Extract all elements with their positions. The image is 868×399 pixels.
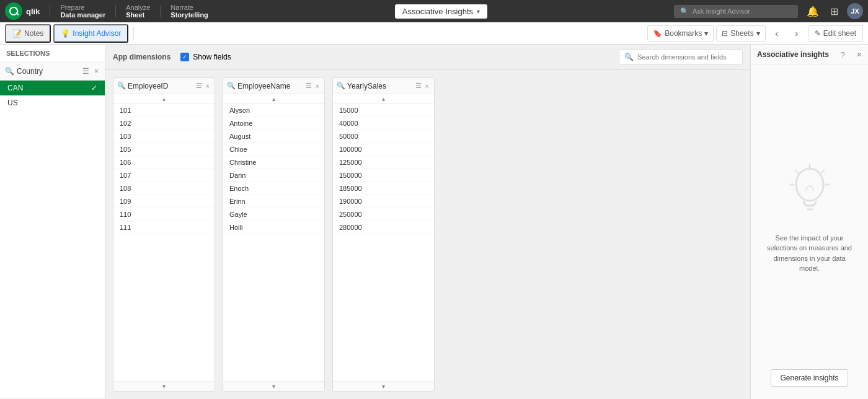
- dim-row-employeeName-7[interactable]: Erinn: [223, 195, 324, 208]
- dim-col-close-employeeId[interactable]: ×: [205, 81, 211, 90]
- insight-advisor-tab[interactable]: 💡 Insight Advisor: [53, 24, 128, 43]
- ai-close-button[interactable]: ×: [857, 50, 862, 59]
- analyze-label: Analyze: [126, 4, 150, 11]
- dim-row-employeeName-8[interactable]: Gayle: [223, 208, 324, 221]
- dim-scroll-down-employeeId[interactable]: ▾: [113, 381, 215, 391]
- edit-sheet-button[interactable]: ✎ Edit sheet: [808, 25, 863, 42]
- dim-row-yearlySales-2[interactable]: 50000: [333, 130, 434, 143]
- dim-row-employeeId-5[interactable]: 107: [113, 169, 215, 182]
- ai-description: See the impact of your selections on mea…: [763, 233, 856, 274]
- country-filter-box: 🔍 Country ☰ × CAN ✓ US: [0, 63, 105, 399]
- dim-scroll-up-employeeId[interactable]: ▴: [113, 94, 215, 104]
- dim-col-menu-yearlySales[interactable]: ☰: [414, 81, 423, 90]
- country-us-label: US: [7, 99, 18, 107]
- dim-scroll-down-employeeName[interactable]: ▾: [223, 381, 324, 391]
- dim-row-employeeName-0[interactable]: Alyson: [223, 104, 324, 117]
- dim-col-header-employeeId: 🔍 EmployeeID ☰ ×: [113, 78, 215, 94]
- svg-line-9: [821, 170, 825, 173]
- dim-row-employeeId-1[interactable]: 102: [113, 117, 215, 130]
- dim-search-input[interactable]: [637, 53, 730, 61]
- dim-row-yearlySales-0[interactable]: 15000: [333, 104, 434, 117]
- main-area: App dimensions ✓ Show fields 🔍 🔍 Employe…: [105, 45, 750, 399]
- dim-row-employeeId-7[interactable]: 109: [113, 195, 215, 208]
- top-nav: qlik Prepare Data manager Analyze Sheet …: [0, 0, 868, 22]
- dim-row-employeeName-6[interactable]: Enoch: [223, 182, 324, 195]
- dim-scroll-up-yearlySales[interactable]: ▴: [333, 94, 434, 104]
- bell-icon-button[interactable]: 🔔: [804, 4, 822, 19]
- ai-help-button[interactable]: ?: [841, 50, 845, 59]
- dim-col-close-yearlySales[interactable]: ×: [424, 81, 430, 90]
- app-title: Associative Insights: [402, 7, 473, 16]
- dim-search-icon: 🔍: [624, 53, 634, 61]
- show-fields-checkbox[interactable]: ✓: [180, 53, 189, 61]
- qlik-logo-icon: [5, 2, 22, 20]
- qlik-logo-area: qlik: [5, 2, 40, 20]
- toolbar: 📝 Notes 💡 Insight Advisor 🔖 Bookmarks ▾ …: [0, 22, 868, 45]
- dim-row-yearlySales-1[interactable]: 40000: [333, 117, 434, 130]
- left-panel: Selections 🔍 Country ☰ × CAN ✓ US: [0, 45, 105, 399]
- sheets-label: Sheets: [730, 29, 753, 38]
- nav-center: Associative Insights ▾: [218, 4, 664, 19]
- user-avatar[interactable]: JX: [847, 3, 863, 19]
- country-item-can[interactable]: CAN ✓: [0, 81, 105, 95]
- insight-icon: 💡: [61, 29, 70, 38]
- search-advisor-button[interactable]: 🔍 Ask Insight Advisor: [674, 5, 798, 18]
- dim-row-yearlySales-3[interactable]: 100000: [333, 143, 434, 156]
- country-clear-button[interactable]: ☰: [81, 66, 91, 76]
- nav-narrate[interactable]: Narrate Storytelling: [170, 4, 208, 19]
- dim-col-actions-employeeName: ☰ ×: [304, 81, 321, 90]
- show-fields-label: Show fields: [193, 53, 231, 61]
- dim-row-yearlySales-9[interactable]: 280000: [333, 221, 434, 234]
- svg-point-1: [796, 169, 823, 201]
- dim-row-employeeId-6[interactable]: 108: [113, 182, 215, 195]
- app-title-bar[interactable]: Associative Insights ▾: [395, 4, 487, 19]
- dim-col-close-employeeName[interactable]: ×: [314, 81, 321, 90]
- dim-row-employeeName-9[interactable]: Holli: [223, 221, 324, 234]
- notes-tab[interactable]: 📝 Notes: [5, 24, 51, 43]
- dim-column-yearlySales: 🔍 YearlySales ☰ × ▴150004000050000100000…: [332, 77, 435, 392]
- dim-row-employeeName-3[interactable]: Chloe: [223, 143, 324, 156]
- dim-row-employeeName-5[interactable]: Darin: [223, 169, 324, 182]
- dim-row-yearlySales-7[interactable]: 190000: [333, 195, 434, 208]
- sheets-icon: ⊟: [722, 29, 728, 38]
- country-search-icon: 🔍: [5, 67, 14, 76]
- edit-icon: ✎: [815, 29, 821, 38]
- generate-insights-button[interactable]: Generate insights: [771, 369, 848, 387]
- bookmarks-button[interactable]: 🔖 Bookmarks ▾: [647, 25, 714, 42]
- dim-row-employeeId-3[interactable]: 105: [113, 143, 215, 156]
- country-item-us[interactable]: US: [0, 95, 105, 110]
- country-filter-titlebar: 🔍 Country ☰ ×: [0, 63, 105, 81]
- dim-row-employeeName-4[interactable]: Christine: [223, 156, 324, 169]
- dim-row-yearlySales-5[interactable]: 150000: [333, 169, 434, 182]
- dim-row-employeeId-2[interactable]: 103: [113, 130, 215, 143]
- search-icon: 🔍: [680, 7, 689, 15]
- dim-row-yearlySales-4[interactable]: 125000: [333, 156, 434, 169]
- dim-scroll-up-employeeName[interactable]: ▴: [223, 94, 324, 104]
- dim-scroll-down-yearlySales[interactable]: ▾: [333, 381, 434, 391]
- nav-analyze[interactable]: Analyze Sheet: [126, 4, 150, 19]
- generate-insights-label: Generate insights: [780, 374, 838, 382]
- country-filter-title: Country: [17, 67, 81, 76]
- app-dim-title: App dimensions: [113, 53, 170, 61]
- dim-row-yearlySales-6[interactable]: 185000: [333, 182, 434, 195]
- nav-prepare[interactable]: Prepare Data manager: [60, 4, 105, 19]
- dim-row-employeeId-9[interactable]: 111: [113, 221, 215, 234]
- country-remove-button[interactable]: ×: [93, 66, 100, 76]
- dim-row-employeeId-4[interactable]: 106: [113, 156, 215, 169]
- toolbar-right: 🔖 Bookmarks ▾ ⊟ Sheets ▾ ‹ › ✎ Edit shee…: [647, 25, 863, 42]
- sheets-button[interactable]: ⊟ Sheets ▾: [716, 25, 765, 42]
- prepare-label: Prepare: [60, 4, 105, 11]
- dim-row-yearlySales-8[interactable]: 250000: [333, 208, 434, 221]
- dim-row-employeeName-2[interactable]: August: [223, 130, 324, 143]
- nav-prev-button[interactable]: ‹: [768, 25, 786, 42]
- dim-row-employeeName-1[interactable]: Antoine: [223, 117, 324, 130]
- app-title-chevron: ▾: [477, 8, 480, 15]
- grid-icon-button[interactable]: ⊞: [828, 4, 841, 19]
- dim-row-employeeId-0[interactable]: 101: [113, 104, 215, 117]
- qlik-brand: qlik: [26, 7, 40, 16]
- dim-search-box[interactable]: 🔍: [619, 50, 743, 64]
- dim-col-menu-employeeId[interactable]: ☰: [195, 81, 203, 90]
- dim-col-menu-employeeName[interactable]: ☰: [304, 81, 313, 90]
- dim-row-employeeId-8[interactable]: 110: [113, 208, 215, 221]
- nav-next-button[interactable]: ›: [788, 25, 805, 42]
